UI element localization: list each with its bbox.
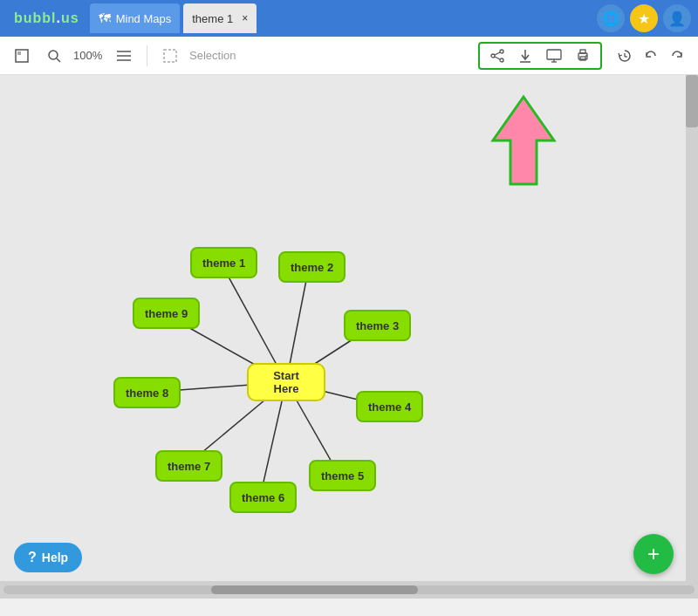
svg-point-2: [49, 51, 58, 59]
help-button[interactable]: ? Help: [14, 543, 82, 572]
selection-button[interactable]: [158, 45, 182, 66]
scrollbar-thumb[interactable]: [686, 75, 698, 127]
node-theme6[interactable]: theme 6: [229, 482, 297, 513]
canvas-area[interactable]: Start Here theme 1 theme 2 theme 3 theme…: [0, 75, 698, 599]
svg-rect-19: [580, 50, 585, 53]
svg-line-3: [57, 58, 60, 62]
svg-marker-33: [493, 97, 554, 184]
svg-rect-7: [164, 50, 176, 62]
active-tab-label: theme 1: [192, 12, 233, 25]
svg-rect-20: [580, 57, 585, 60]
bottom-scroll-track[interactable]: [3, 585, 695, 594]
node-theme8[interactable]: theme 8: [113, 377, 181, 408]
print-icon: [576, 49, 590, 63]
download-button[interactable]: [513, 46, 537, 65]
logo[interactable]: bubbl.us: [7, 7, 86, 30]
undo-button[interactable]: [639, 46, 663, 65]
redo-icon: [670, 49, 684, 63]
node-theme1[interactable]: theme 1: [190, 247, 257, 278]
close-tab-button[interactable]: ×: [242, 12, 248, 24]
toolbar: 100% Selection: [0, 37, 698, 75]
selection-icon: [163, 49, 177, 63]
theme8-label: theme 8: [126, 387, 168, 400]
share-icon: [490, 49, 504, 63]
node-theme4[interactable]: theme 4: [356, 391, 423, 422]
theme6-label: theme 6: [242, 491, 284, 504]
node-theme5[interactable]: theme 5: [309, 460, 376, 491]
history-icon: [618, 49, 632, 63]
svg-rect-1: [17, 51, 21, 55]
mindmaps-icon: 🗺: [99, 11, 111, 25]
menu-button[interactable]: [112, 46, 136, 65]
topbar-icons: 🌐 ★ 👤: [597, 4, 691, 32]
share-button[interactable]: [485, 46, 510, 65]
node-theme3[interactable]: theme 3: [344, 310, 411, 341]
svg-line-11: [495, 52, 500, 55]
theme2-label: theme 2: [291, 261, 333, 274]
node-theme2[interactable]: theme 2: [278, 251, 346, 283]
zoom-icon: [47, 49, 61, 63]
monitor-icon: [546, 49, 562, 63]
print-button[interactable]: [571, 46, 595, 65]
tab-theme1[interactable]: theme 1 ×: [183, 3, 257, 33]
user-button[interactable]: 👤: [663, 4, 691, 32]
svg-point-10: [500, 58, 503, 62]
bottom-scrollbar[interactable]: [0, 581, 698, 599]
separator-1: [147, 45, 147, 66]
tab-mindmaps[interactable]: 🗺 Mind Maps: [90, 3, 181, 33]
theme4-label: theme 4: [368, 400, 411, 414]
center-node-label: Start Here: [259, 369, 313, 395]
help-icon: ?: [28, 550, 37, 565]
toolbar-history: [612, 46, 689, 65]
selection-label: Selection: [189, 49, 236, 62]
theme5-label: theme 5: [321, 469, 364, 483]
history-button[interactable]: [612, 46, 637, 65]
svg-point-8: [500, 50, 503, 53]
frame-button[interactable]: [9, 44, 35, 67]
zoom-value: 100%: [73, 49, 105, 62]
center-node[interactable]: Start Here: [247, 363, 325, 401]
scrollbar-right[interactable]: [686, 75, 698, 599]
theme3-label: theme 3: [356, 319, 399, 332]
theme1-label: theme 1: [202, 257, 245, 270]
undo-icon: [644, 49, 658, 63]
help-label: Help: [42, 551, 68, 565]
mindmaps-tab-label: Mind Maps: [116, 12, 172, 25]
add-button[interactable]: +: [633, 534, 674, 574]
zoom-button[interactable]: [42, 45, 66, 66]
globe-button[interactable]: 🌐: [597, 4, 625, 32]
download-icon: [518, 49, 532, 63]
theme7-label: theme 7: [168, 460, 210, 473]
theme9-label: theme 9: [145, 307, 188, 320]
node-theme9[interactable]: theme 9: [133, 298, 200, 329]
node-theme7[interactable]: theme 7: [155, 450, 222, 482]
bottom-scroll-thumb[interactable]: [211, 585, 419, 594]
pink-arrow: [489, 92, 558, 188]
toolbar-right-group: [478, 42, 602, 70]
menu-icon: [117, 50, 131, 62]
redo-button[interactable]: [665, 46, 689, 65]
svg-line-12: [495, 57, 500, 59]
svg-rect-15: [547, 50, 561, 59]
monitor-button[interactable]: [541, 46, 567, 65]
topbar: bubbl.us 🗺 Mind Maps theme 1 × 🌐 ★ 👤: [0, 0, 698, 37]
add-icon: +: [647, 542, 660, 566]
frame-icon: [14, 48, 30, 64]
star-button[interactable]: ★: [630, 4, 658, 32]
svg-point-9: [491, 54, 495, 58]
svg-point-21: [585, 55, 587, 57]
